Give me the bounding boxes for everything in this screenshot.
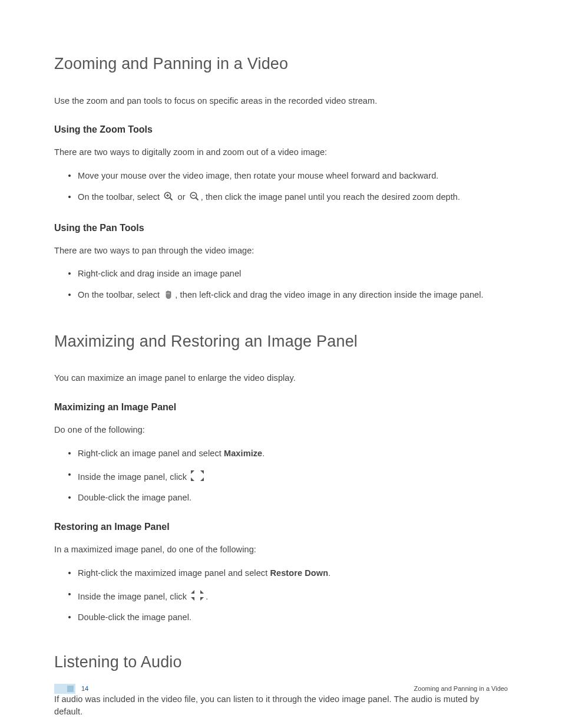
footer-section-title: Zooming and Panning in a Video	[414, 684, 508, 694]
list-item: Double-click the image panel.	[78, 611, 508, 624]
text-fragment: Inside the image panel, click	[78, 472, 189, 482]
footer-left: 14	[54, 684, 88, 694]
section-intro: Use the zoom and pan tools to focus on s…	[54, 95, 508, 108]
text-fragment: .	[206, 592, 208, 601]
subsection-intro: There are two ways to digitally zoom in …	[54, 146, 508, 159]
subsection-heading-pan-tools: Using the Pan Tools	[54, 221, 508, 235]
svg-marker-11	[191, 590, 194, 594]
bold-text: Maximize	[224, 449, 262, 458]
svg-marker-8	[200, 470, 204, 474]
zoom-tools-list: Move your mouse over the video image, th…	[54, 170, 508, 206]
list-item: Right-click and drag inside an image pan…	[78, 268, 508, 281]
subsection-intro: In a maximized image panel, do one of th…	[54, 543, 508, 556]
text-fragment: Inside the image panel, click	[78, 592, 189, 601]
text-fragment: .	[328, 568, 330, 578]
list-item: Inside the image panel, click .	[78, 588, 508, 604]
text-fragment: Right-click an image panel and select	[78, 449, 224, 458]
bold-text: Restore Down	[270, 568, 328, 578]
hand-icon	[163, 289, 174, 304]
section-heading-maximize: Maximizing and Restoring an Image Panel	[54, 330, 508, 354]
zoom-out-icon	[189, 191, 200, 206]
section-intro: If audio was included in the video file,…	[54, 693, 508, 719]
restoring-list: Right-click the maximized image panel an…	[54, 567, 508, 624]
text-fragment: Right-click the maximized image panel an…	[78, 568, 270, 578]
restore-icon	[189, 588, 206, 602]
text-fragment: , then left-click and drag the video ima…	[175, 290, 483, 299]
section-intro: You can maximize an image panel to enlar…	[54, 372, 508, 385]
text-fragment: On the toolbar, select	[78, 192, 162, 202]
list-item: On the toolbar, select , then left-click…	[78, 289, 508, 304]
list-item: Right-click an image panel and select Ma…	[78, 447, 508, 460]
svg-line-1	[170, 197, 173, 200]
list-item: Move your mouse over the video image, th…	[78, 170, 508, 183]
list-item: Double-click the image panel.	[78, 492, 508, 505]
page-number: 14	[81, 684, 88, 694]
list-item: Inside the image panel, click	[78, 469, 508, 484]
svg-line-5	[196, 197, 198, 200]
text-fragment: On the toolbar, select	[78, 290, 162, 299]
svg-marker-10	[200, 477, 204, 481]
subsection-heading-restoring: Restoring an Image Panel	[54, 520, 508, 534]
text-fragment: .	[262, 449, 265, 458]
subsection-intro: Do one of the following:	[54, 424, 508, 437]
svg-marker-7	[191, 470, 194, 474]
section-heading-zoom-pan: Zooming and Panning in a Video	[54, 52, 508, 76]
subsection-heading-maximizing: Maximizing an Image Panel	[54, 400, 508, 414]
page-footer: 14 Zooming and Panning in a Video	[54, 684, 508, 694]
expand-icon	[189, 469, 206, 483]
list-item: On the toolbar, select or , then click t…	[78, 191, 508, 206]
text-fragment: or	[175, 192, 187, 202]
pan-tools-list: Right-click and drag inside an image pan…	[54, 268, 508, 304]
svg-marker-13	[191, 597, 194, 601]
section-heading-audio: Listening to Audio	[54, 650, 508, 674]
subsection-intro: There are two ways to pan through the vi…	[54, 245, 508, 258]
list-item: Right-click the maximized image panel an…	[78, 567, 508, 580]
svg-marker-9	[191, 477, 194, 481]
maximizing-list: Right-click an image panel and select Ma…	[54, 447, 508, 505]
footer-logo-icon	[54, 684, 75, 694]
subsection-heading-zoom-tools: Using the Zoom Tools	[54, 123, 508, 137]
svg-marker-14	[200, 597, 204, 601]
zoom-in-icon	[163, 191, 174, 206]
svg-marker-12	[200, 590, 204, 594]
text-fragment: , then click the image panel until you r…	[201, 192, 460, 202]
